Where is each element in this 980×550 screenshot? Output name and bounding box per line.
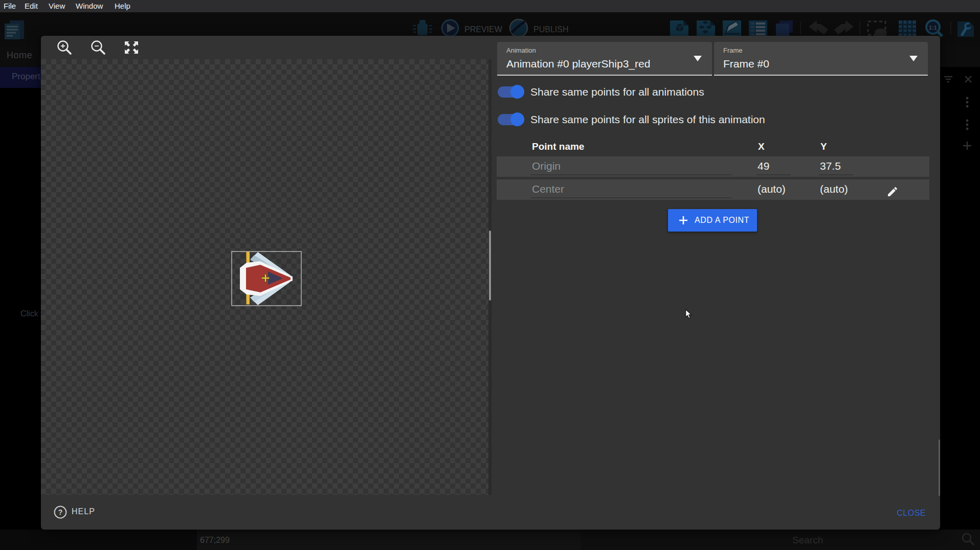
svg-text:PREVIEW: PREVIEW bbox=[464, 25, 503, 34]
svg-text:?: ? bbox=[58, 508, 63, 516]
svg-text:PUBLISH: PUBLISH bbox=[533, 25, 568, 34]
svg-text:1:1: 1:1 bbox=[929, 25, 937, 31]
